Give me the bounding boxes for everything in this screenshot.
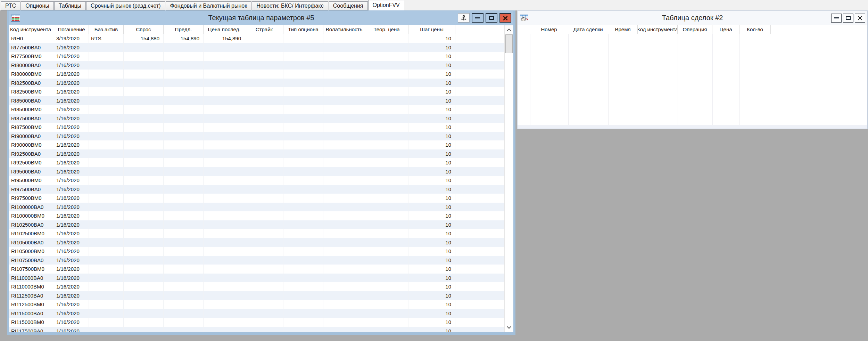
table-row[interactable]: RI112500BA01/16/202010	[9, 291, 504, 300]
cell	[204, 96, 245, 105]
column-header[interactable]: Кол-во	[739, 25, 771, 34]
cell	[164, 114, 204, 123]
close-button[interactable]	[855, 14, 865, 23]
table-row[interactable]: RI117500BA01/16/202010	[9, 327, 504, 333]
table-row[interactable]: RI87500BA01/16/202010	[9, 114, 504, 123]
cell	[204, 274, 245, 283]
minimize-button[interactable]	[831, 14, 842, 23]
table-row[interactable]: RI95000BM01/16/202010	[9, 176, 504, 185]
column-header[interactable]: Цена	[712, 25, 739, 34]
horizontal-scroll-track[interactable]	[518, 125, 867, 129]
cell	[89, 114, 124, 123]
column-header[interactable]: Время	[608, 25, 638, 34]
table-row[interactable]: RI105000BM01/16/202010	[9, 247, 504, 256]
table-row[interactable]: RI97500BM01/16/202010	[9, 194, 504, 203]
column-header[interactable]: Волатильность	[323, 25, 365, 34]
column-header[interactable]: Операция	[678, 25, 712, 34]
parameters-table-icon[interactable]	[11, 14, 22, 22]
table-row[interactable]: RI80000BA01/16/202010	[9, 61, 504, 70]
table-row[interactable]: RI100000BM01/16/202010	[9, 211, 504, 220]
cell	[204, 167, 245, 176]
column-header[interactable]: Дата сделки	[568, 25, 608, 34]
column-header[interactable]: Предл.	[164, 25, 204, 34]
table-row[interactable]: RIH03/19/2020RTS154,880154,890154,89010	[9, 34, 504, 43]
scroll-up-button[interactable]	[505, 25, 513, 34]
table-row[interactable]: RI87500BM01/16/202010	[9, 123, 504, 132]
table-row[interactable]: RI85000BA01/16/202010	[9, 96, 504, 105]
table-row[interactable]: RI105000BA01/16/202010	[9, 238, 504, 247]
column-header[interactable]: Страйк	[245, 25, 283, 34]
tab-4[interactable]: Срочный рынок (разд.счет)	[86, 1, 165, 10]
tab-8[interactable]: OptionFVV	[368, 0, 404, 10]
cell: 154,880	[124, 34, 164, 43]
tab-1[interactable]: РТС	[1, 1, 20, 10]
table-row[interactable]: RI115000BM01/16/202010	[9, 318, 504, 327]
column-header[interactable]: Цена послед.	[204, 25, 245, 34]
table-row[interactable]: RI110000BA01/16/202010	[9, 274, 504, 283]
table-row[interactable]: RI95000BA01/16/202010	[9, 167, 504, 176]
table-row[interactable]: RI92500BA01/16/202010	[9, 149, 504, 159]
column-header[interactable]: Шаг цены	[408, 25, 455, 34]
cell	[283, 96, 323, 105]
cell	[89, 79, 124, 88]
cell: 3/19/2020	[54, 34, 89, 43]
cell	[245, 105, 283, 114]
cell	[323, 327, 365, 333]
close-button[interactable]	[499, 13, 511, 23]
table-row[interactable]: RI115000BA01/16/202010	[9, 309, 504, 318]
parameters-titlebar[interactable]: Текущая таблица параметров #5	[9, 11, 513, 25]
table-row[interactable]: RI92500BM01/16/202010	[9, 158, 504, 167]
mdi-desktop: { "tabs": [ {"label": "РТС", "active": f…	[0, 0, 868, 341]
cell: 1/16/2020	[54, 61, 89, 70]
column-header[interactable]: Теор. цена	[365, 25, 408, 34]
cell	[323, 140, 365, 149]
cell: 10	[408, 309, 455, 318]
trades-titlebar[interactable]: Таблица сделок #2	[518, 11, 867, 25]
table-row[interactable]: RI107500BA01/16/202010	[9, 256, 504, 265]
scroll-down-button[interactable]	[505, 323, 513, 332]
maximize-button[interactable]	[843, 14, 853, 23]
column-header[interactable]: Тип опциона	[283, 25, 323, 34]
table-row[interactable]: RI107500BM01/16/202010	[9, 265, 504, 274]
anchor-button[interactable]	[458, 13, 470, 23]
cell: RI95000BA0	[9, 167, 54, 176]
cell	[89, 238, 124, 247]
tab-5[interactable]: Фондовый и Валютный рынок	[166, 1, 252, 10]
cell	[164, 291, 204, 300]
column-header[interactable]: Код инструмента	[638, 25, 678, 34]
vertical-scrollbar[interactable]	[504, 25, 513, 332]
scrollbar-thumb[interactable]	[505, 34, 513, 53]
cell	[89, 52, 124, 61]
tab-6[interactable]: Новости: БКС/ Интерфакс	[252, 1, 328, 10]
table-row[interactable]: RI85000BM01/16/202010	[9, 105, 504, 114]
table-row[interactable]: RI77500BA01/16/202010	[9, 43, 504, 52]
table-row[interactable]: RI80000BM01/16/202010	[9, 70, 504, 79]
table-row[interactable]: RI102500BA01/16/202010	[9, 220, 504, 229]
cell	[204, 132, 245, 141]
tab-2[interactable]: Опционы	[21, 1, 53, 10]
cell	[89, 70, 124, 79]
table-row[interactable]: RI102500BM01/16/202010	[9, 229, 504, 238]
column-header[interactable]	[518, 25, 530, 34]
table-row[interactable]: RI82500BM01/16/202010	[9, 87, 504, 96]
cell: 1/16/2020	[54, 203, 89, 212]
table-row[interactable]: RI82500BA01/16/202010	[9, 79, 504, 88]
table-row[interactable]: RI110000BM01/16/202010	[9, 282, 504, 291]
column-header[interactable]: Спрос	[124, 25, 164, 34]
cell	[89, 282, 124, 291]
tab-7[interactable]: Сообщения	[329, 1, 368, 10]
column-header[interactable]: Погашение	[54, 25, 89, 34]
table-row[interactable]: RI97500BA01/16/202010	[9, 185, 504, 194]
table-row[interactable]: RI90000BA01/16/202010	[9, 132, 504, 141]
column-header[interactable]: Баз.актив	[89, 25, 124, 34]
tab-3[interactable]: Таблицы	[54, 1, 86, 10]
table-row[interactable]: RI77500BM01/16/202010	[9, 52, 504, 61]
maximize-button[interactable]	[486, 13, 497, 23]
trades-table-icon[interactable]	[520, 14, 530, 22]
table-row[interactable]: RI112500BM01/16/202010	[9, 300, 504, 309]
table-row[interactable]: RI90000BM01/16/202010	[9, 140, 504, 149]
minimize-button[interactable]	[472, 13, 483, 23]
column-header[interactable]: Код инструмента	[9, 25, 54, 34]
table-row[interactable]: RI100000BA01/16/202010	[9, 203, 504, 212]
column-header[interactable]: Номер	[530, 25, 568, 34]
